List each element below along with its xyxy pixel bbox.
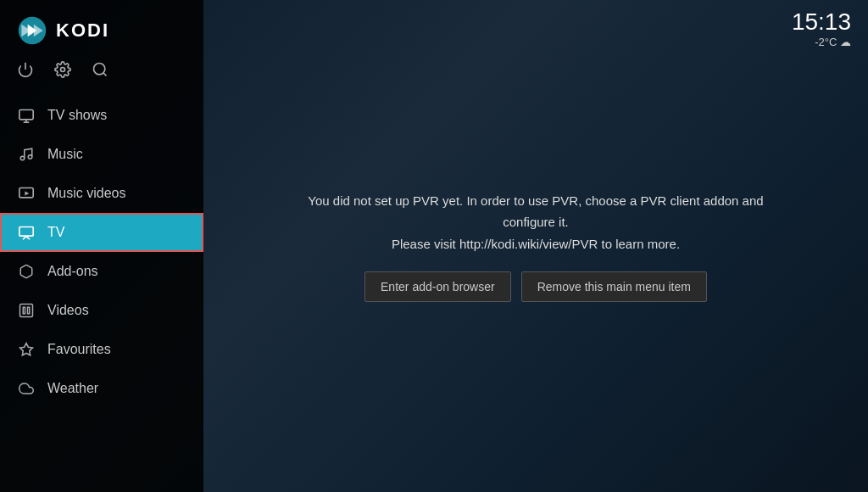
kodi-logo-icon: [17, 15, 47, 46]
main-content: 15:13 -2°C ☁ You did not set up PVR yet.…: [203, 0, 868, 492]
svg-rect-18: [28, 307, 30, 314]
settings-icon[interactable]: [54, 61, 71, 82]
sidebar-item-favourites-label: Favourites: [47, 342, 111, 357]
tv-shows-icon: [17, 106, 36, 125]
sidebar-item-tv-shows[interactable]: TV shows: [0, 96, 203, 135]
svg-rect-15: [19, 226, 33, 236]
svg-line-7: [103, 73, 107, 76]
favourites-icon: [17, 340, 36, 359]
svg-rect-17: [23, 307, 25, 314]
sidebar-item-tv-label: TV: [47, 225, 64, 240]
clock-weather: -2°C ☁: [792, 36, 851, 48]
sidebar-item-tv[interactable]: TV: [0, 213, 203, 252]
pvr-message-text: You did not set up PVR yet. In order to …: [290, 190, 782, 255]
sidebar-item-favourites[interactable]: Favourites: [0, 330, 203, 369]
videos-icon: [17, 301, 36, 320]
svg-rect-8: [19, 109, 33, 119]
remove-main-menu-item-button[interactable]: Remove this main menu item: [521, 271, 707, 302]
app-title: KODI: [56, 20, 109, 42]
clock-area: 15:13 -2°C ☁: [792, 10, 851, 48]
sidebar-item-music-label: Music: [47, 147, 83, 162]
sidebar-item-music-videos-label: Music videos: [47, 186, 125, 201]
enter-addon-browser-button[interactable]: Enter add-on browser: [364, 271, 511, 302]
sidebar-item-videos[interactable]: Videos: [0, 291, 203, 330]
sidebar-item-addons[interactable]: Add-ons: [0, 252, 203, 291]
tv-icon: [17, 223, 36, 242]
sidebar-item-weather-label: Weather: [47, 381, 98, 396]
sidebar-item-videos-label: Videos: [47, 303, 89, 318]
app-container: KODI: [0, 0, 868, 492]
sidebar-item-tv-shows-label: TV shows: [47, 108, 107, 123]
svg-point-5: [61, 68, 65, 72]
sidebar: KODI: [0, 0, 203, 492]
svg-rect-16: [20, 305, 33, 317]
svg-marker-14: [25, 192, 29, 196]
svg-point-11: [20, 156, 25, 160]
svg-point-6: [94, 64, 105, 75]
nav-menu: TV shows Music: [0, 96, 203, 492]
pvr-message-container: You did not set up PVR yet. In order to …: [273, 173, 798, 320]
pvr-buttons: Enter add-on browser Remove this main me…: [290, 271, 782, 302]
svg-point-12: [28, 155, 32, 159]
clock-time: 15:13: [792, 10, 851, 34]
sidebar-item-music-videos[interactable]: Music videos: [0, 174, 203, 213]
music-icon: [17, 145, 36, 164]
svg-marker-19: [20, 344, 33, 355]
weather-icon: [17, 379, 36, 398]
addons-icon: [17, 262, 36, 281]
sidebar-item-addons-label: Add-ons: [47, 264, 98, 279]
sidebar-item-weather[interactable]: Weather: [0, 369, 203, 408]
search-icon[interactable]: [92, 61, 108, 82]
sidebar-item-music[interactable]: Music: [0, 135, 203, 174]
logo-area: KODI: [0, 0, 203, 54]
toolbar: [0, 54, 203, 96]
music-videos-icon: [17, 184, 36, 203]
power-icon[interactable]: [17, 61, 34, 82]
